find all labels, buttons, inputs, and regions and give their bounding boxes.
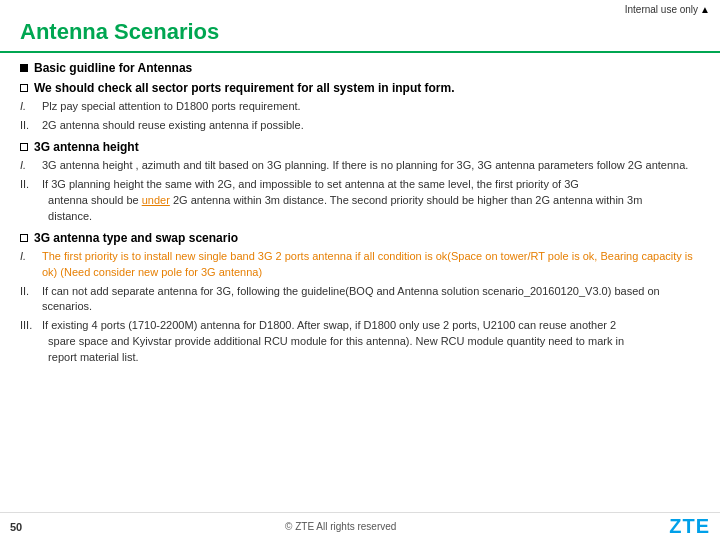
list-item: III. If existing 4 ports (1710-2200M) an… <box>20 318 700 366</box>
section1-heading-text: Basic guidline for Antennas <box>34 61 192 75</box>
footer-center: © ZTE All rights reserved <box>22 521 669 532</box>
under-highlight: under <box>142 194 170 206</box>
page-number: 50 <box>10 521 22 533</box>
list-item: II. If can not add separate antenna for … <box>20 284 700 316</box>
list-item: II. 2G antenna should reuse existing ant… <box>20 118 700 134</box>
list-item: I. 3G antenna height , azimuth and tilt … <box>20 158 700 174</box>
subsection1-list: I. Plz pay special attention to D1800 po… <box>20 99 700 134</box>
footer-bar: 50 © ZTE All rights reserved ZTE <box>0 512 720 540</box>
main-content: Basic guidline for Antennas We should ch… <box>0 53 720 513</box>
subsection3-heading: 3G antenna type and swap scenario <box>20 231 700 245</box>
subsection3-heading-text: 3G antenna type and swap scenario <box>34 231 238 245</box>
subsection2-list: I. 3G antenna height , azimuth and tilt … <box>20 158 700 225</box>
copyright-text: © ZTE All rights reserved <box>285 521 396 532</box>
slide-title: Antenna Scenarios <box>0 17 720 53</box>
internal-use-label: Internal use only <box>625 4 698 15</box>
subsection1-heading-text: We should check all sector ports require… <box>34 81 455 95</box>
sub-bullet-icon2 <box>20 143 28 151</box>
bullet-icon <box>20 64 28 72</box>
subsection3-list: I. The first priority is to install new … <box>20 249 700 367</box>
section1-heading: Basic guidline for Antennas <box>20 61 700 75</box>
subsection2-heading: 3G antenna height <box>20 140 700 154</box>
list-item: I. The first priority is to install new … <box>20 249 700 281</box>
subsection2-heading-text: 3G antenna height <box>34 140 139 154</box>
sub-bullet-icon <box>20 84 28 92</box>
list-item: I. Plz pay special attention to D1800 po… <box>20 99 700 115</box>
subsection1-heading: We should check all sector ports require… <box>20 81 700 95</box>
top-bar: Internal use only ▲ <box>0 0 720 17</box>
zte-logo: ZTE <box>669 515 710 538</box>
list-item: II. If 3G planning height the same with … <box>20 177 700 225</box>
triangle-icon: ▲ <box>700 4 710 15</box>
sub-bullet-icon3 <box>20 234 28 242</box>
